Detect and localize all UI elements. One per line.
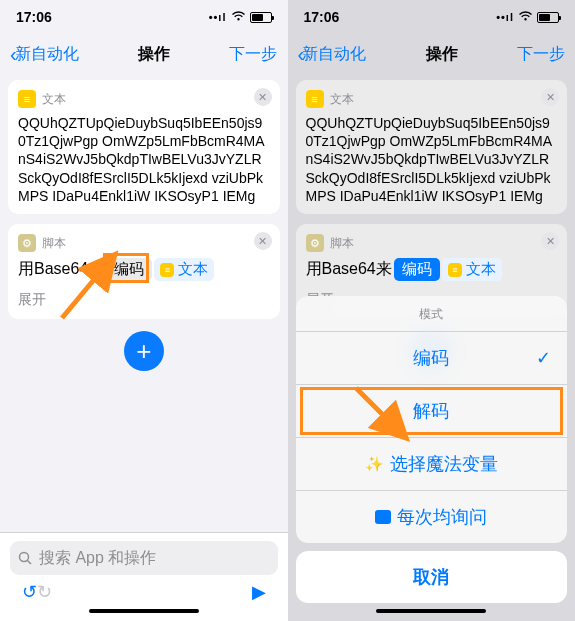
status-indicators: ••ıl bbox=[209, 11, 272, 24]
status-time: 17:06 bbox=[16, 9, 52, 25]
phone-right: 17:06 ••ıl ‹新自动化 操作 下一步 ✕ ≡ 文本 QQUhQZTUp… bbox=[288, 0, 576, 621]
back-button[interactable]: ‹新自动化 bbox=[10, 43, 79, 66]
check-icon: ✓ bbox=[536, 347, 551, 369]
sheet-item-decode[interactable]: 解码 bbox=[296, 385, 568, 438]
page-title: 操作 bbox=[138, 44, 170, 65]
expand-button[interactable]: 展开 bbox=[18, 291, 270, 309]
magic-wand-icon: ✨ bbox=[365, 455, 384, 473]
svg-line-2 bbox=[28, 560, 32, 564]
wifi-icon bbox=[231, 11, 246, 24]
search-icon bbox=[18, 551, 33, 566]
message-icon bbox=[375, 510, 391, 524]
script-icon: ⚙ bbox=[18, 234, 36, 252]
text-icon: ≡ bbox=[160, 263, 174, 277]
action-prefix: 用Base64来 bbox=[18, 259, 104, 280]
svg-point-1 bbox=[20, 552, 29, 561]
signal-icon: ••ıl bbox=[209, 11, 227, 23]
phone-left: 17:06 ••ıl ‹新自动化 操作 下一步 ✕ ≡ 文本 QQUhQZTUp… bbox=[0, 0, 288, 621]
action-description: 用Base64来 编码 ≡ 文本 bbox=[18, 258, 270, 281]
nav-bar: ‹新自动化 操作 下一步 bbox=[0, 34, 288, 74]
sheet-cancel-button[interactable]: 取消 bbox=[296, 551, 568, 603]
search-input[interactable]: 搜索 App 和操作 bbox=[10, 541, 278, 575]
close-icon[interactable]: ✕ bbox=[254, 232, 272, 250]
card-label: 文本 bbox=[42, 91, 66, 108]
search-placeholder: 搜索 App 和操作 bbox=[39, 548, 156, 569]
redo-button: ↻ bbox=[37, 581, 52, 603]
bottom-bar: 搜索 App 和操作 ↺ ↻ ▶ bbox=[0, 532, 288, 621]
close-icon[interactable]: ✕ bbox=[254, 88, 272, 106]
home-indicator[interactable] bbox=[89, 609, 199, 613]
sheet-title: 模式 bbox=[296, 296, 568, 332]
text-icon: ≡ bbox=[18, 90, 36, 108]
sheet-item-magic[interactable]: ✨ 选择魔法变量 bbox=[296, 438, 568, 491]
text-action-card[interactable]: ✕ ≡ 文本 QQUhQZTUpQieDuybSuq5IbEEn50js90Tz… bbox=[8, 80, 280, 214]
sheet-menu: 模式 编码 ✓ 解码 ✨ 选择魔法变量 每次均询问 bbox=[296, 296, 568, 543]
content-area: ✕ ≡ 文本 QQUhQZTUpQieDuybSuq5IbEEn50js90Tz… bbox=[0, 74, 288, 532]
undo-button[interactable]: ↺ bbox=[22, 581, 37, 603]
battery-icon bbox=[250, 12, 272, 23]
add-action-button[interactable]: + bbox=[124, 331, 164, 371]
action-sheet: 模式 编码 ✓ 解码 ✨ 选择魔法变量 每次均询问 取消 bbox=[288, 296, 576, 621]
sheet-item-ask[interactable]: 每次均询问 bbox=[296, 491, 568, 543]
toolbar: ↺ ↻ ▶ bbox=[10, 575, 278, 603]
script-action-card[interactable]: ✕ ⚙ 脚本 用Base64来 编码 ≡ 文本 展开 bbox=[8, 224, 280, 319]
next-button[interactable]: 下一步 bbox=[229, 44, 277, 65]
status-bar: 17:06 ••ıl bbox=[0, 0, 288, 34]
card-label: 脚本 bbox=[42, 235, 66, 252]
text-content[interactable]: QQUhQZTUpQieDuybSuq5IbEEn50js90Tz1QjwPgp… bbox=[18, 114, 270, 204]
sheet-item-encode[interactable]: 编码 ✓ bbox=[296, 332, 568, 385]
input-token[interactable]: ≡ 文本 bbox=[154, 258, 214, 281]
home-indicator[interactable] bbox=[376, 609, 486, 613]
run-button[interactable]: ▶ bbox=[252, 581, 266, 603]
mode-token[interactable]: 编码 bbox=[106, 258, 152, 281]
